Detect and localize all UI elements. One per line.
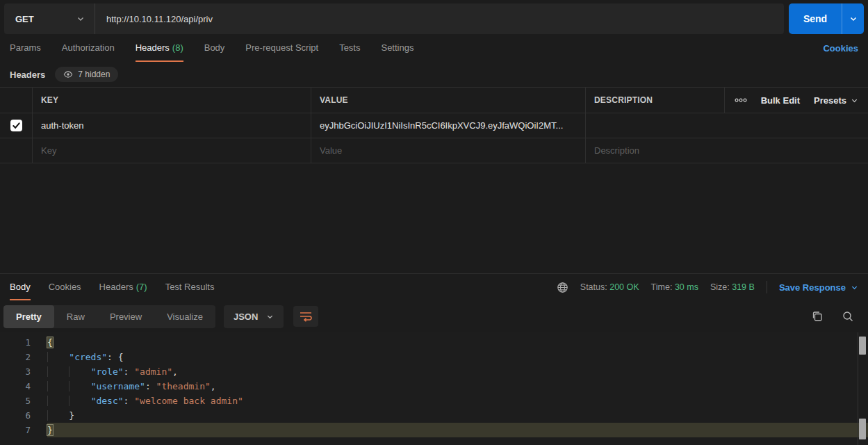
- presets-dropdown[interactable]: Presets: [814, 95, 858, 106]
- tab-pre-request-script[interactable]: Pre-request Script: [245, 34, 318, 62]
- bulk-edit-button[interactable]: Bulk Edit: [761, 95, 800, 106]
- send-options-caret[interactable]: [842, 3, 864, 34]
- code-line-2[interactable]: 2 "creds": {: [0, 350, 868, 364]
- headers-table: KEY VALUE DESCRIPTION Bulk Edit Presets …: [0, 87, 868, 163]
- tab-headers[interactable]: Headers(7): [99, 274, 147, 300]
- tab-label: Headers: [136, 42, 170, 53]
- line-number: 4: [0, 379, 47, 394]
- chevron-down-icon: [76, 15, 85, 23]
- wrap-lines-icon[interactable]: [293, 306, 318, 327]
- description-placeholder: Description: [594, 145, 639, 156]
- new-description-input[interactable]: Description: [585, 138, 868, 163]
- code-line-6[interactable]: 6 }: [0, 408, 868, 423]
- header-key-cell[interactable]: auth-token: [32, 113, 311, 138]
- headers-section-header: Headers 7 hidden: [0, 62, 868, 87]
- row-checkbox[interactable]: [10, 120, 22, 131]
- save-response-label: Save Response: [779, 282, 846, 293]
- chevron-down-icon: [851, 284, 858, 291]
- headers-section-title: Headers: [10, 70, 45, 80]
- line-number: 7: [0, 423, 47, 437]
- more-options-icon[interactable]: [735, 98, 747, 102]
- tab-test-results[interactable]: Test Results: [165, 274, 215, 300]
- request-tabs: ParamsAuthorizationHeaders(8)BodyPre-req…: [0, 34, 868, 62]
- line-number: 1: [0, 335, 47, 350]
- header-value-cell[interactable]: eyJhbGciOiJIUzI1NiIsInR5cCI6IkpXVCJ9.eyJ…: [311, 113, 585, 138]
- line-content: }: [47, 408, 868, 423]
- select-all-column: [0, 88, 32, 113]
- line-content: "role": "admin",: [47, 364, 868, 379]
- status-badge[interactable]: Status: 200 OK: [580, 282, 639, 292]
- request-tabs-list: ParamsAuthorizationHeaders(8)BodyPre-req…: [10, 34, 434, 62]
- cookies-link[interactable]: Cookies: [823, 34, 858, 62]
- save-response-button[interactable]: Save Response: [779, 282, 858, 293]
- url-input[interactable]: [95, 3, 784, 34]
- code-line-4[interactable]: 4 "username": "theadmin",: [0, 379, 868, 394]
- view-mode-preview[interactable]: Preview: [97, 305, 154, 328]
- tab-label: Headers: [99, 282, 133, 292]
- method-select[interactable]: GET: [4, 3, 95, 34]
- view-mode-pretty[interactable]: Pretty: [3, 305, 54, 328]
- tab-headers[interactable]: Headers(8): [136, 34, 183, 62]
- tab-body[interactable]: Body: [10, 274, 31, 300]
- send-button[interactable]: Send: [789, 3, 864, 34]
- tab-label: Cookies: [49, 282, 81, 292]
- new-key-input[interactable]: Key: [32, 138, 311, 163]
- line-number: 3: [0, 364, 47, 379]
- tab-label: Body: [204, 42, 225, 53]
- divider: [767, 281, 767, 293]
- copy-icon[interactable]: [811, 310, 824, 323]
- chevron-down-icon: [266, 313, 274, 321]
- tab-label: Pre-request Script: [245, 42, 318, 53]
- code-line-7[interactable]: 7}: [0, 423, 868, 437]
- response-tabs: BodyCookiesHeaders(7)Test Results: [3, 274, 232, 300]
- line-content: "creds": {: [47, 350, 868, 364]
- auth-token-value: eyJhbGciOiJIUzI1NiIsInR5cCI6IkpXVCJ9.eyJ…: [320, 120, 563, 131]
- row-checkbox-cell: [0, 113, 32, 138]
- tab-body[interactable]: Body: [204, 34, 225, 62]
- tab-count: (7): [136, 282, 147, 292]
- line-number: 5: [0, 394, 47, 408]
- view-mode-segmented-control: PrettyRawPreviewVisualize: [3, 305, 215, 328]
- code-line-1[interactable]: 1{: [0, 335, 868, 350]
- tab-label: Test Results: [165, 282, 215, 292]
- line-content: {: [47, 335, 868, 350]
- size-badge[interactable]: Size: 319 B: [710, 282, 755, 292]
- scrollbar-thumb-secondary[interactable]: [859, 419, 866, 439]
- tab-settings[interactable]: Settings: [381, 34, 413, 62]
- line-number: 6: [0, 408, 47, 423]
- send-button-label[interactable]: Send: [789, 3, 842, 34]
- chevron-down-icon: [849, 15, 858, 23]
- response-meta: Status: 200 OK Time: 30 ms Size: 319 B S…: [557, 274, 858, 300]
- header-actions: Bulk Edit Presets: [724, 88, 868, 113]
- response-body-viewer[interactable]: 1{2 "creds": {3 "role": "admin",4 "usern…: [0, 332, 868, 445]
- header-row-auth-token: auth-token eyJhbGciOiJIUzI1NiIsInR5cCI6I…: [0, 113, 868, 138]
- code-lines: 1{2 "creds": {3 "role": "admin",4 "usern…: [0, 335, 868, 437]
- tab-cookies[interactable]: Cookies: [49, 274, 81, 300]
- search-icon[interactable]: [842, 310, 854, 323]
- line-content: "username": "theadmin",: [47, 379, 868, 394]
- presets-label: Presets: [814, 95, 846, 106]
- line-number: 2: [0, 350, 47, 364]
- code-line-3[interactable]: 3 "role": "admin",: [0, 364, 868, 379]
- code-line-5[interactable]: 5 "desc": "welcome back admin": [0, 394, 868, 408]
- tab-params[interactable]: Params: [10, 34, 41, 62]
- response-header: BodyCookiesHeaders(7)Test Results Status…: [0, 273, 868, 300]
- tab-tests[interactable]: Tests: [339, 34, 360, 62]
- scrollbar-thumb[interactable]: [859, 337, 866, 355]
- new-value-input[interactable]: Value: [311, 138, 585, 163]
- tab-label: Params: [10, 42, 41, 53]
- tab-authorization[interactable]: Authorization: [62, 34, 115, 62]
- hidden-headers-toggle[interactable]: 7 hidden: [55, 67, 118, 82]
- format-value: JSON: [234, 312, 258, 322]
- view-mode-raw[interactable]: Raw: [54, 305, 97, 328]
- network-globe-icon[interactable]: [557, 282, 568, 293]
- format-dropdown[interactable]: JSON: [224, 305, 284, 328]
- header-row-empty: Key Value Description: [0, 138, 868, 163]
- key-column-header: KEY: [32, 88, 311, 113]
- request-bar: GET Send: [4, 3, 864, 34]
- method-value: GET: [15, 14, 34, 24]
- header-description-cell[interactable]: [585, 113, 868, 138]
- tab-label: Authorization: [62, 42, 115, 53]
- view-mode-visualize[interactable]: Visualize: [154, 305, 215, 328]
- time-badge[interactable]: Time: 30 ms: [651, 282, 698, 292]
